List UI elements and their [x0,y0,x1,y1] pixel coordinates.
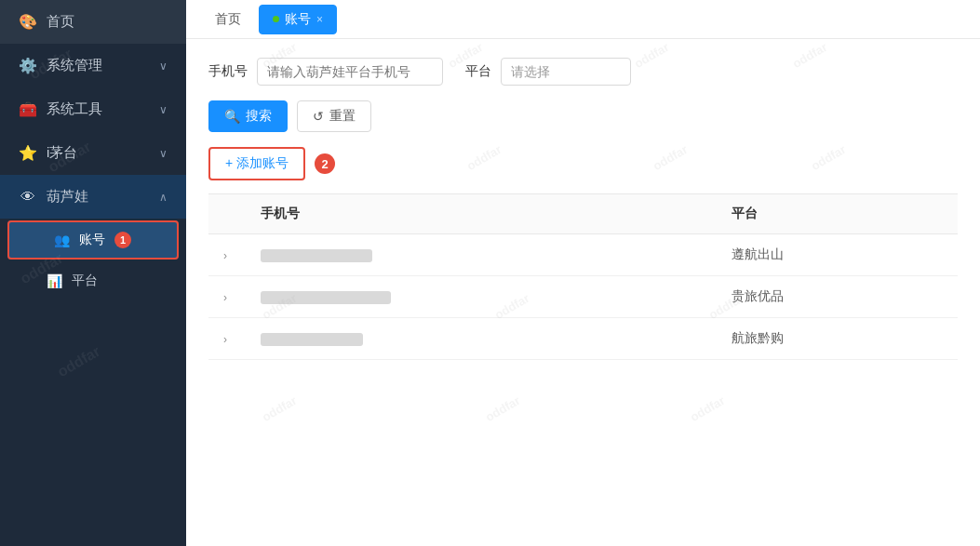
blurred-phone [261,249,372,262]
wm12: oddfar [260,393,300,424]
row3-phone [246,318,717,360]
eye-icon: 👁 [19,189,37,206]
platform-icon: 📊 [47,273,62,288]
wm13: oddfar [483,393,523,424]
content-area: oddfar oddfar oddfar oddfar oddfar oddfa… [186,39,980,546]
blurred-phone3 [261,333,363,346]
col-platform: 平台 [717,194,958,234]
sidebar-item-hulu[interactable]: 👁 葫芦娃 ∧ [0,175,186,219]
main-area: 首页 账号 × oddfar oddfar oddfar oddfar oddf… [186,0,980,546]
row2-arrow[interactable]: › [208,276,246,318]
table-header-row: 手机号 平台 [208,194,958,234]
search-icon: 🔍 [224,109,240,124]
tab-dot [273,16,279,22]
sidebar-item-hulu-label: 葫芦娃 [47,188,150,206]
add-btn-row: + 添加账号 2 [208,147,958,180]
sidebar-item-home[interactable]: 🎨 首页 [0,0,186,44]
account-table: 手机号 平台 › 遵航出山 › 贵旅优品 [208,193,958,360]
table-row: › 航旅黔购 [208,318,958,360]
tab-account[interactable]: 账号 × [259,5,337,34]
platform-label: 平台 [465,63,491,80]
chevron-down-icon: ∨ [159,60,168,73]
expand-icon2[interactable]: › [223,291,227,304]
account-icon: 👥 [54,233,70,247]
star-icon: ⭐ [19,144,37,162]
row1-platform: 遵航出山 [717,234,958,276]
sidebar-item-system-tools[interactable]: 🧰 系统工具 ∨ [0,87,186,131]
add-account-button[interactable]: + 添加账号 [208,147,305,180]
sidebar-item-maotai[interactable]: ⭐ i茅台 ∨ [0,131,186,175]
sidebar-sub-item-platform[interactable]: 📊 平台 [0,261,186,300]
expand-icon[interactable]: › [223,249,227,262]
reset-button[interactable]: ↺ 重置 [297,100,371,132]
phone-form-group: 手机号 [208,58,443,86]
sidebar-account-badge: 1 [114,232,131,248]
sidebar-item-maotai-label: i茅台 [47,144,150,162]
chevron-down-icon2: ∨ [159,103,168,116]
sidebar-item-system-mgmt[interactable]: ⚙️ 系统管理 ∨ [0,44,186,87]
col-phone: 手机号 [246,194,717,234]
phone-label: 手机号 [208,63,248,80]
sidebar: oddfar oddfar oddfar oddfar 🎨 首页 ⚙️ 系统管理… [0,0,186,546]
sidebar-sub-item-account-label: 账号 [79,232,105,248]
search-btn-label: 搜索 [246,108,272,125]
platform-form-group: 平台 请选择 [465,58,631,86]
chevron-down-icon3: ∨ [159,147,168,160]
sidebar-item-home-label: 首页 [47,13,168,31]
sidebar-item-system-mgmt-label: 系统管理 [47,57,150,74]
table-row: › 贵旅优品 [208,276,958,318]
btn-row: 🔍 搜索 ↺ 重置 [208,100,958,132]
row3-arrow[interactable]: › [208,318,246,360]
platform-select[interactable]: 请选择 [501,58,631,86]
search-button[interactable]: 🔍 搜索 [208,100,288,132]
tab-home-label: 首页 [215,11,241,28]
sidebar-sub-item-account[interactable]: 👥 账号 1 [7,220,179,260]
home-icon: 🎨 [19,13,37,31]
tab-home[interactable]: 首页 [201,5,255,34]
blurred-phone2 [261,291,391,304]
row1-phone [246,234,717,276]
reset-btn-label: 重置 [329,108,356,125]
phone-input[interactable] [257,58,443,86]
reset-icon: ↺ [313,109,324,124]
row1-arrow[interactable]: › [208,234,246,276]
table-row: › 遵航出山 [208,234,958,276]
col-arrow [208,194,246,234]
sidebar-sub-item-platform-label: 平台 [72,273,98,289]
tab-account-label: 账号 [285,11,311,28]
row2-phone [246,276,717,318]
row3-platform: 航旅黔购 [717,318,958,360]
gear-icon: ⚙️ [19,57,37,74]
expand-icon3[interactable]: › [223,333,227,346]
add-account-label: + 添加账号 [225,155,289,172]
tab-bar: 首页 账号 × [186,0,980,39]
chevron-up-icon: ∧ [159,191,168,204]
tab-close-icon[interactable]: × [316,13,323,26]
tools-icon: 🧰 [19,100,37,118]
search-bar: 手机号 平台 请选择 [208,58,958,86]
row2-platform: 贵旅优品 [717,276,958,318]
toolbar-badge: 2 [315,153,335,174]
wm14: oddfar [688,393,728,424]
sidebar-watermark4: oddfar [55,343,103,380]
sidebar-item-system-tools-label: 系统工具 [47,100,150,118]
